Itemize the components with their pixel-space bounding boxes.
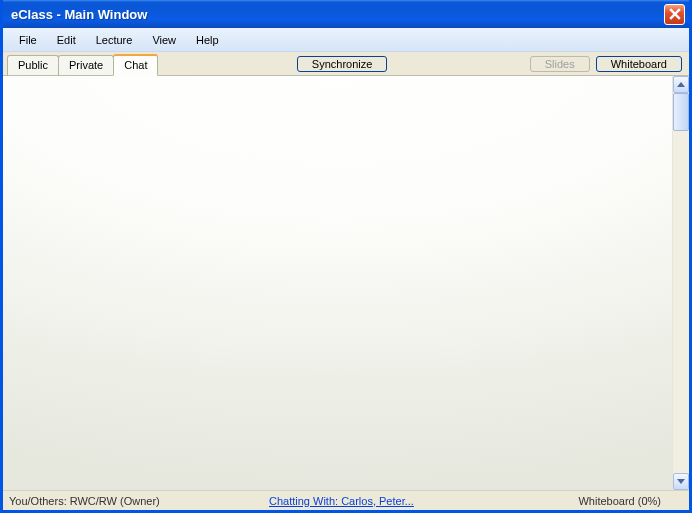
slides-button[interactable]: Slides	[530, 56, 590, 72]
chat-area[interactable]	[3, 76, 672, 490]
main-window: eClass - Main Window File Edit Lecture V…	[0, 0, 692, 513]
menu-view[interactable]: View	[142, 31, 186, 49]
content-wrap	[3, 76, 689, 490]
tab-public[interactable]: Public	[7, 55, 59, 76]
synchronize-button[interactable]: Synchronize	[297, 56, 388, 72]
chevron-up-icon	[677, 82, 685, 87]
menu-file[interactable]: File	[9, 31, 47, 49]
tab-chat[interactable]: Chat	[113, 54, 158, 76]
chevron-down-icon	[677, 479, 685, 484]
close-icon	[669, 8, 681, 20]
status-chatting-with: Chatting With: Carlos, Peter...	[269, 495, 545, 507]
scroll-track[interactable]	[673, 93, 689, 473]
tab-strip: Public Private Chat	[7, 52, 157, 75]
vertical-scrollbar[interactable]	[672, 76, 689, 490]
status-whiteboard-progress: Whiteboard (0%)	[545, 495, 665, 507]
resize-grip[interactable]	[669, 494, 683, 508]
scroll-down-button[interactable]	[673, 473, 689, 490]
menu-lecture[interactable]: Lecture	[86, 31, 143, 49]
statusbar: You/Others: RWC/RW (Owner) Chatting With…	[3, 490, 689, 510]
scroll-thumb[interactable]	[673, 93, 689, 131]
menu-help[interactable]: Help	[186, 31, 229, 49]
menu-edit[interactable]: Edit	[47, 31, 86, 49]
close-button[interactable]	[664, 4, 685, 25]
scroll-up-button[interactable]	[673, 76, 689, 93]
chatting-with-link[interactable]: Chatting With: Carlos, Peter...	[269, 495, 414, 507]
whiteboard-button[interactable]: Whiteboard	[596, 56, 682, 72]
status-permissions: You/Others: RWC/RW (Owner)	[9, 495, 269, 507]
menubar: File Edit Lecture View Help	[3, 28, 689, 52]
tab-private[interactable]: Private	[58, 55, 114, 76]
toolbar: Public Private Chat Synchronize Slides W…	[3, 52, 689, 76]
window-title: eClass - Main Window	[11, 7, 664, 22]
titlebar[interactable]: eClass - Main Window	[3, 0, 689, 28]
